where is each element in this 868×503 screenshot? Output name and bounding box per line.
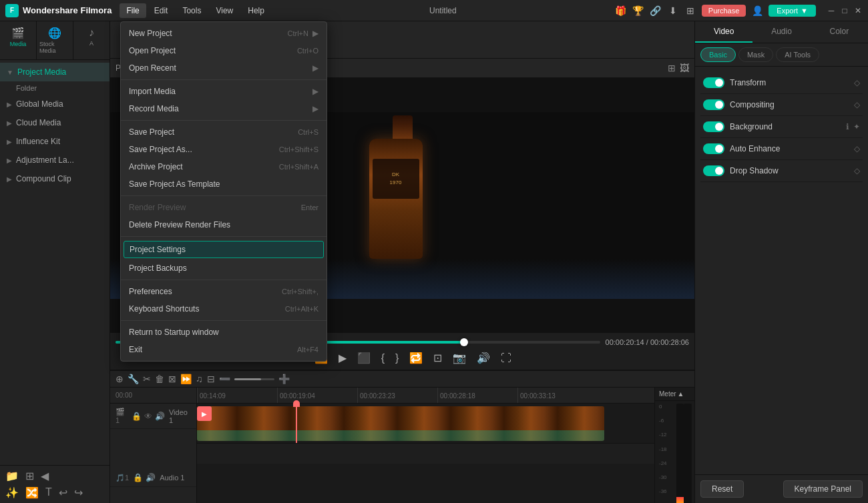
tl-audio-icon[interactable]: ♫ <box>196 374 203 384</box>
background-toggle[interactable] <box>703 121 724 132</box>
menu-item-keyboard-shortcuts[interactable]: Keyboard Shortcuts Ctrl+Alt+K <box>121 300 327 318</box>
menu-help[interactable]: Help <box>241 3 271 18</box>
sidebar-item-global-media[interactable]: ▶ Global Media <box>0 95 110 113</box>
snapshot-btn[interactable]: 📷 <box>450 350 469 366</box>
menu-item-archive-project[interactable]: Archive Project Ctrl+Shift+A <box>121 158 327 175</box>
mark-out-button[interactable]: } <box>393 351 401 366</box>
video1-audio-icon[interactable]: 🔊 <box>155 412 165 421</box>
audio1-mute-icon[interactable]: 🔊 <box>146 473 156 482</box>
menu-item-project-backups[interactable]: Project Backups <box>121 260 327 277</box>
trophy-icon[interactable]: 🏆 <box>632 5 644 17</box>
menu-file[interactable]: File <box>120 3 146 18</box>
menu-edit[interactable]: Edit <box>148 3 175 18</box>
auto-enhance-toggle[interactable] <box>703 143 724 154</box>
tab-stock-media[interactable]: 🌐 Stock Media <box>37 21 73 59</box>
menu-item-open-recent[interactable]: Open Recent ▶ <box>121 59 327 77</box>
right-tab-color[interactable]: Color <box>811 21 868 43</box>
sidebar-item-adjustment[interactable]: ▶ Adjustment La... <box>0 151 110 169</box>
menu-item-new-project[interactable]: New Project Ctrl+N ▶ <box>121 25 327 42</box>
right-tab-audio[interactable]: Audio <box>752 21 810 43</box>
right-subtab-ai-tools[interactable]: AI Tools <box>776 47 819 62</box>
fullscreen-icon[interactable]: ⊞ <box>668 63 676 73</box>
menu-item-record-media[interactable]: Record Media ▶ <box>121 100 327 117</box>
sidebar-item-compound-clip[interactable]: ▶ Compound Clip <box>0 169 110 188</box>
transform-diamond-icon[interactable]: ◇ <box>854 78 860 87</box>
undo-icon[interactable]: ↩ <box>59 486 67 499</box>
snapshot-icon[interactable]: 🖼 <box>680 63 689 73</box>
compositing-diamond-icon[interactable]: ◇ <box>854 100 860 109</box>
volume-button[interactable]: 🔊 <box>474 350 493 366</box>
tl-minus-icon[interactable]: ➖ <box>219 374 230 384</box>
right-subtab-mask[interactable]: Mask <box>738 47 773 62</box>
grid-icon[interactable]: ⊞ <box>684 5 696 17</box>
video1-eye-icon[interactable]: 👁 <box>144 412 152 421</box>
tl-delete-icon[interactable]: 🗑 <box>155 374 164 384</box>
transitions-icon[interactable]: 🔀 <box>25 486 39 499</box>
video-track[interactable]: ▶ <box>197 404 654 444</box>
tl-plus-icon[interactable]: ➕ <box>278 374 290 384</box>
mark-in-button[interactable]: { <box>379 351 387 366</box>
grid-view-icon[interactable]: ⊞ <box>25 470 34 482</box>
download-icon[interactable]: ⬇ <box>667 5 679 17</box>
drop-shadow-diamond-icon[interactable]: ◇ <box>854 166 860 175</box>
menu-item-project-settings[interactable]: Project Settings <box>124 241 324 258</box>
auto-enhance-diamond-icon[interactable]: ◇ <box>854 144 860 153</box>
menu-item-import-media[interactable]: Import Media ▶ <box>121 83 327 100</box>
sidebar-item-influence-kit[interactable]: ▶ Influence Kit <box>0 132 110 151</box>
timeline-zoom-track[interactable] <box>234 378 274 380</box>
progress-thumb[interactable] <box>460 338 468 346</box>
close-button[interactable]: ✕ <box>853 6 863 15</box>
purchase-button[interactable]: Purchase <box>702 5 746 17</box>
menu-item-preferences[interactable]: Preferences Ctrl+Shift+, <box>121 283 327 300</box>
tl-more-icon[interactable]: ⊟ <box>207 374 215 384</box>
menu-view[interactable]: View <box>209 3 240 18</box>
link-icon[interactable]: 🔗 <box>650 5 662 17</box>
collapse-icon[interactable]: ◀ <box>41 470 49 482</box>
user-avatar[interactable]: 👤 <box>751 5 763 17</box>
stop-button[interactable]: ⬛ <box>355 350 373 366</box>
reset-button[interactable]: Reset <box>700 480 744 498</box>
tl-add-icon[interactable]: ⊕ <box>116 374 124 384</box>
play-button[interactable]: ▶ <box>336 350 349 366</box>
tl-speed-icon[interactable]: ⏩ <box>180 374 192 384</box>
keyframe-panel-button[interactable]: Keyframe Panel <box>783 480 863 498</box>
compositing-toggle[interactable] <box>703 99 724 110</box>
tab-media[interactable]: 🎬 Media <box>0 21 37 59</box>
audio-track[interactable] <box>197 444 654 464</box>
menu-item-save-as-template[interactable]: Save Project As Template <box>121 175 327 193</box>
redo-icon[interactable]: ↪ <box>74 486 83 499</box>
transform-toggle[interactable] <box>703 77 724 88</box>
effects-icon[interactable]: ✨ <box>5 486 19 499</box>
timeline-tracks[interactable]: 00:14:09 00:00:19:04 00:00:23:23 00:00:2… <box>197 388 654 503</box>
menu-item-save-project[interactable]: Save Project Ctrl+S <box>121 123 327 141</box>
right-subtab-basic[interactable]: Basic <box>700 47 736 62</box>
meter-arrow[interactable]: ▲ <box>678 390 684 398</box>
background-info-icon[interactable]: ℹ <box>846 122 849 131</box>
video-clip[interactable]: ▶ <box>197 406 604 441</box>
export-button[interactable]: Export ▼ <box>769 5 816 17</box>
loop-button[interactable]: 🔁 <box>407 350 425 366</box>
right-tab-video[interactable]: Video <box>695 21 752 43</box>
menu-item-exit[interactable]: Exit Alt+F4 <box>121 341 327 358</box>
titles-icon[interactable]: T <box>45 486 52 499</box>
minimize-button[interactable]: ─ <box>827 6 836 15</box>
tl-crop-icon[interactable]: ⊠ <box>168 374 176 384</box>
tl-split-icon[interactable]: ✂ <box>143 374 151 384</box>
menu-tools[interactable]: Tools <box>176 3 208 18</box>
sidebar-sub-folder[interactable]: Folder <box>0 81 110 95</box>
background-plus-icon[interactable]: ✦ <box>853 122 860 131</box>
add-folder-icon[interactable]: 📁 <box>5 470 19 482</box>
tl-magnet-icon[interactable]: 🔧 <box>128 374 139 384</box>
menu-item-delete-render[interactable]: Delete Preview Render Files <box>121 216 327 233</box>
maximize-button[interactable]: □ <box>840 6 849 15</box>
video1-lock-icon[interactable]: 🔒 <box>132 412 142 421</box>
menu-item-save-project-as[interactable]: Save Project As... Ctrl+Shift+S <box>121 141 327 158</box>
menu-item-return-startup[interactable]: Return to Startup window <box>121 324 327 341</box>
fullscreen-btn[interactable]: ⛶ <box>498 351 514 366</box>
drop-shadow-toggle[interactable] <box>703 165 724 176</box>
sidebar-item-project-media[interactable]: ▼ Project Media <box>0 63 110 81</box>
gift-icon[interactable]: 🎁 <box>615 5 627 17</box>
menu-item-open-project[interactable]: Open Project Ctrl+O <box>121 42 327 59</box>
sidebar-item-cloud-media[interactable]: ▶ Cloud Media <box>0 113 110 132</box>
tab-audio[interactable]: ♪ A <box>73 21 110 59</box>
